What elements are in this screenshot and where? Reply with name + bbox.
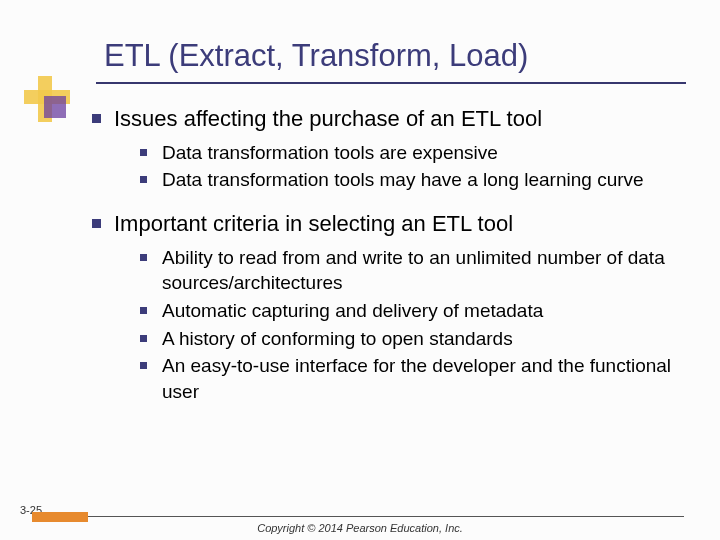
- title-underline: [96, 82, 686, 84]
- section-issues: Issues affecting the purchase of an ETL …: [92, 104, 692, 193]
- footer-rule: [88, 516, 684, 517]
- section-heading: Issues affecting the purchase of an ETL …: [92, 104, 692, 134]
- list-item: Automatic capturing and delivery of meta…: [140, 298, 692, 324]
- copyright-text: Copyright © 2014 Pearson Education, Inc.: [0, 522, 720, 534]
- list-item: Ability to read from and write to an unl…: [140, 245, 692, 296]
- bullet-list: Ability to read from and write to an unl…: [140, 245, 692, 405]
- footer-bar: [0, 506, 720, 522]
- list-item: Data transformation tools may have a lon…: [140, 167, 692, 193]
- footer-accent: [32, 512, 88, 522]
- bullet-list: Data transformation tools are expensive …: [140, 140, 692, 193]
- list-item: A history of conforming to open standard…: [140, 326, 692, 352]
- slide-title: ETL (Extract, Transform, Load): [104, 38, 528, 74]
- section-heading: Important criteria in selecting an ETL t…: [92, 209, 692, 239]
- list-item: Data transformation tools are expensive: [140, 140, 692, 166]
- section-criteria: Important criteria in selecting an ETL t…: [92, 209, 692, 405]
- slide-body: Issues affecting the purchase of an ETL …: [92, 104, 692, 421]
- list-item: An easy-to-use interface for the develop…: [140, 353, 692, 404]
- corner-decoration: [24, 76, 70, 122]
